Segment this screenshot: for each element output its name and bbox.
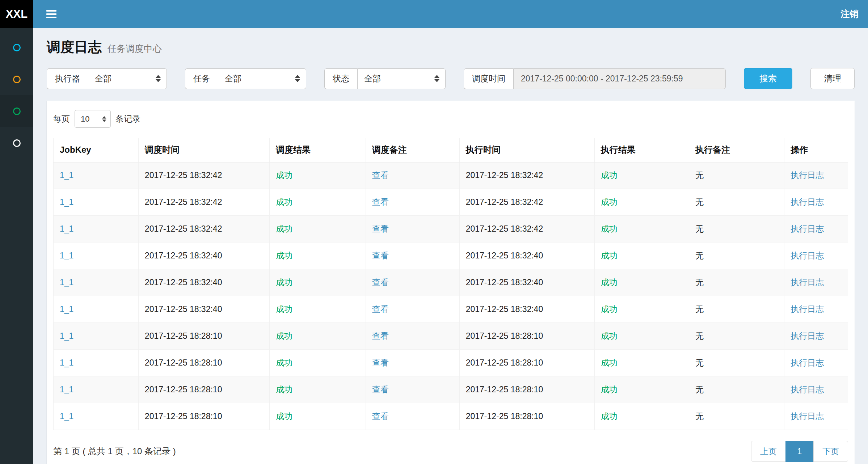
col-header-dispatch-result: 调度结果 xyxy=(270,138,366,162)
dispatch-remark-link[interactable]: 查看 xyxy=(372,331,389,341)
dispatch-result-cell: 成功 xyxy=(270,350,366,376)
exec-remark-cell: 无 xyxy=(689,162,784,189)
dispatch-time-cell: 2017-12-25 18:28:10 xyxy=(138,403,269,430)
table-row: 1_1 2017-12-25 18:28:10 成功 查看 2017-12-25… xyxy=(54,350,848,376)
jobkey-link[interactable]: 1_1 xyxy=(60,358,73,367)
app-logo[interactable]: XXL xyxy=(0,0,33,28)
exec-result-cell: 成功 xyxy=(594,350,689,376)
jobkey-link[interactable]: 1_1 xyxy=(60,304,73,314)
exec-result-cell: 成功 xyxy=(594,376,689,403)
status-filter-group: 状态 全部 xyxy=(324,68,446,89)
jobkey-link[interactable]: 1_1 xyxy=(60,278,73,287)
executor-filter-group: 执行器 全部 xyxy=(47,68,167,89)
executor-filter-select[interactable]: 全部 xyxy=(88,68,167,89)
dispatch-remark-link[interactable]: 查看 xyxy=(372,412,389,421)
exec-log-link[interactable]: 执行日志 xyxy=(791,331,824,341)
jobkey-cell: 1_1 xyxy=(54,242,139,269)
jobkey-link[interactable]: 1_1 xyxy=(60,412,73,421)
page-1-button[interactable]: 1 xyxy=(785,441,814,462)
action-cell: 执行日志 xyxy=(784,189,848,216)
page-size-select[interactable]: 10 xyxy=(75,110,111,128)
select-arrows-icon xyxy=(434,75,439,82)
jobkey-link[interactable]: 1_1 xyxy=(60,197,73,207)
jobkey-cell: 1_1 xyxy=(54,323,139,350)
exec-time-cell: 2017-12-25 18:32:40 xyxy=(459,242,594,269)
dispatch-result-cell: 成功 xyxy=(270,323,366,350)
sidebar-toggle-button[interactable] xyxy=(33,0,69,28)
col-header-exec-remark: 执行备注 xyxy=(689,138,784,162)
jobkey-link[interactable]: 1_1 xyxy=(60,331,73,341)
sidebar xyxy=(0,28,33,464)
dispatch-remark-cell: 查看 xyxy=(366,403,459,430)
exec-result-cell: 成功 xyxy=(594,242,689,269)
exec-log-link[interactable]: 执行日志 xyxy=(791,304,824,314)
clear-button[interactable]: 清理 xyxy=(810,68,855,89)
dispatch-remark-link[interactable]: 查看 xyxy=(372,358,389,367)
exec-log-link[interactable]: 执行日志 xyxy=(791,358,824,367)
exec-remark-cell: 无 xyxy=(689,269,784,296)
pagination-summary: 第 1 页 ( 总共 1 页，10 条记录 ) xyxy=(53,446,176,457)
dispatch-time-range-input[interactable] xyxy=(513,68,726,89)
dispatch-remark-link[interactable]: 查看 xyxy=(372,170,389,180)
dispatch-remark-link[interactable]: 查看 xyxy=(372,251,389,260)
exec-remark-cell: 无 xyxy=(689,323,784,350)
exec-time-cell: 2017-12-25 18:32:40 xyxy=(459,269,594,296)
sidebar-item-4[interactable] xyxy=(0,127,33,159)
col-header-dispatch-time: 调度时间 xyxy=(138,138,269,162)
jobkey-link[interactable]: 1_1 xyxy=(60,251,73,260)
table-row: 1_1 2017-12-25 18:32:40 成功 查看 2017-12-25… xyxy=(54,296,848,323)
dispatch-remark-link[interactable]: 查看 xyxy=(372,304,389,314)
exec-remark-cell: 无 xyxy=(689,350,784,376)
sidebar-item-3[interactable] xyxy=(0,95,33,127)
dispatch-remark-link[interactable]: 查看 xyxy=(372,385,389,394)
exec-log-link[interactable]: 执行日志 xyxy=(791,412,824,421)
navbar-main: 注销 xyxy=(33,0,868,28)
top-navbar: XXL 注销 xyxy=(0,0,868,28)
search-button[interactable]: 搜索 xyxy=(744,68,792,89)
action-cell: 执行日志 xyxy=(784,350,848,376)
dispatch-remark-cell: 查看 xyxy=(366,323,459,350)
sidebar-item-1[interactable] xyxy=(0,31,33,63)
prev-page-button[interactable]: 上页 xyxy=(751,441,786,462)
exec-log-link[interactable]: 执行日志 xyxy=(791,278,824,287)
jobkey-link[interactable]: 1_1 xyxy=(60,224,73,233)
dispatch-remark-link[interactable]: 查看 xyxy=(372,278,389,287)
jobkey-cell: 1_1 xyxy=(54,376,139,403)
next-page-button[interactable]: 下页 xyxy=(813,441,848,462)
exec-result-cell: 成功 xyxy=(594,162,689,189)
sidebar-menu xyxy=(0,28,33,159)
exec-remark-cell: 无 xyxy=(689,216,784,242)
jobkey-link[interactable]: 1_1 xyxy=(60,170,73,180)
logout-link[interactable]: 注销 xyxy=(831,8,868,20)
dispatch-time-cell: 2017-12-25 18:32:40 xyxy=(138,242,269,269)
circle-icon xyxy=(13,139,21,147)
page-size-value: 10 xyxy=(81,114,89,124)
page-title: 调度日志 xyxy=(47,38,102,56)
dispatch-remark-link[interactable]: 查看 xyxy=(372,224,389,233)
status-filter-select[interactable]: 全部 xyxy=(357,68,446,89)
dispatch-time-cell: 2017-12-25 18:28:10 xyxy=(138,350,269,376)
dispatch-remark-cell: 查看 xyxy=(366,216,459,242)
dispatch-time-cell: 2017-12-25 18:32:40 xyxy=(138,296,269,323)
main-content: 调度日志 任务调度中心 执行器 全部 任务 全部 状态 全部 调度 xyxy=(33,28,868,464)
dispatch-remark-cell: 查看 xyxy=(366,296,459,323)
dispatch-result-cell: 成功 xyxy=(270,403,366,430)
jobkey-link[interactable]: 1_1 xyxy=(60,385,73,394)
exec-result-cell: 成功 xyxy=(594,216,689,242)
exec-log-link[interactable]: 执行日志 xyxy=(791,385,824,394)
dispatch-result-cell: 成功 xyxy=(270,189,366,216)
sidebar-item-2[interactable] xyxy=(0,63,33,95)
exec-log-link[interactable]: 执行日志 xyxy=(791,197,824,207)
dispatch-time-cell: 2017-12-25 18:32:40 xyxy=(138,269,269,296)
action-cell: 执行日志 xyxy=(784,242,848,269)
action-cell: 执行日志 xyxy=(784,323,848,350)
circle-icon xyxy=(13,44,21,51)
page-size-prefix: 每页 xyxy=(53,113,70,125)
dispatch-time-cell: 2017-12-25 18:32:42 xyxy=(138,216,269,242)
job-filter-label: 任务 xyxy=(185,68,218,89)
exec-log-link[interactable]: 执行日志 xyxy=(791,170,824,180)
exec-log-link[interactable]: 执行日志 xyxy=(791,251,824,260)
exec-log-link[interactable]: 执行日志 xyxy=(791,224,824,233)
job-filter-select[interactable]: 全部 xyxy=(218,68,306,89)
dispatch-remark-link[interactable]: 查看 xyxy=(372,197,389,207)
